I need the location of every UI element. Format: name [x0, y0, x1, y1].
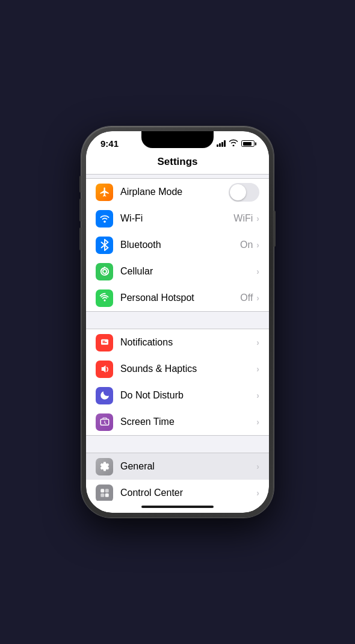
hotspot-value: Off — [240, 293, 253, 303]
screentime-chevron: › — [256, 417, 259, 427]
home-indicator[interactable] — [86, 501, 269, 513]
signal-icon — [217, 140, 226, 147]
notifications-label: Notifications — [120, 337, 256, 348]
phone-screen: 9:41 — [86, 131, 269, 513]
wifi-value: WiFi — [233, 213, 253, 224]
general-section: General › Control — [86, 453, 269, 501]
airplane-mode-label: Airplane Mode — [120, 187, 229, 197]
volume-down-button[interactable] — [79, 228, 81, 250]
home-bar — [141, 506, 214, 508]
controlcenter-label: Control Center — [120, 488, 256, 498]
general-chevron: › — [256, 462, 259, 471]
sounds-icon — [96, 361, 113, 378]
settings-list[interactable]: Airplane Mode — [86, 175, 269, 501]
wifi-icon — [96, 210, 113, 228]
sounds-label: Sounds & Haptics — [120, 364, 256, 374]
battery-icon — [241, 140, 255, 147]
airplane-mode-icon — [96, 184, 113, 201]
bluetooth-value: On — [240, 240, 253, 250]
airplane-mode-toggle[interactable] — [229, 183, 259, 202]
status-time: 9:41 — [100, 138, 119, 149]
svg-marker-7 — [101, 365, 105, 373]
general-label: General — [120, 461, 256, 472]
sounds-row[interactable]: Sounds & Haptics › — [86, 356, 269, 382]
airplane-mode-row[interactable]: Airplane Mode — [86, 179, 269, 205]
hotspot-icon — [96, 289, 113, 307]
cellular-icon — [96, 263, 113, 280]
status-icons — [217, 139, 255, 148]
status-bar: 9:41 — [86, 131, 269, 151]
bluetooth-chevron: › — [256, 240, 259, 250]
controlcenter-icon — [96, 485, 113, 501]
svg-rect-12 — [105, 494, 108, 497]
notifications-section: Notifications › Sounds & Haptics › — [86, 329, 269, 436]
wifi-status-icon — [229, 139, 238, 148]
hotspot-label: Personal Hotspot — [120, 293, 240, 303]
svg-point-1 — [102, 270, 106, 273]
wifi-row[interactable]: Wi-Fi WiFi › — [86, 205, 269, 232]
power-button[interactable] — [274, 211, 276, 247]
svg-rect-9 — [100, 489, 104, 492]
wifi-chevron: › — [256, 214, 259, 223]
cellular-row[interactable]: Cellular › — [86, 258, 269, 285]
bluetooth-label: Bluetooth — [120, 240, 240, 250]
controlcenter-chevron: › — [256, 488, 259, 498]
cellular-chevron: › — [256, 267, 259, 276]
connectivity-section: Airplane Mode — [86, 178, 269, 312]
section-gap-1 — [86, 312, 269, 329]
volume-up-button[interactable] — [79, 199, 81, 221]
svg-point-3 — [103, 299, 105, 301]
donotdisturb-icon — [96, 387, 113, 404]
notifications-row[interactable]: Notifications › — [86, 329, 269, 356]
ios-screen: 9:41 — [86, 131, 269, 513]
screentime-row[interactable]: Screen Time › — [86, 409, 269, 435]
screentime-icon — [96, 413, 113, 431]
hotspot-row[interactable]: Personal Hotspot Off › — [86, 285, 269, 311]
section-gap-2 — [86, 436, 269, 453]
page-title: Settings — [157, 156, 197, 167]
cellular-label: Cellular — [120, 266, 256, 277]
svg-rect-10 — [105, 489, 108, 492]
bluetooth-icon — [96, 237, 113, 254]
silent-button[interactable] — [79, 176, 81, 193]
general-icon — [96, 458, 113, 475]
sounds-chevron: › — [256, 364, 259, 374]
svg-rect-5 — [102, 341, 105, 342]
donotdisturb-row[interactable]: Do Not Disturb › — [86, 382, 269, 409]
notifications-icon — [96, 334, 113, 351]
screentime-label: Screen Time — [120, 416, 256, 427]
wifi-label: Wi-Fi — [120, 213, 233, 224]
general-row[interactable]: General › — [86, 453, 269, 480]
hotspot-chevron: › — [256, 293, 259, 303]
donotdisturb-chevron: › — [256, 391, 259, 400]
controlcenter-row[interactable]: Control Center › — [86, 480, 269, 501]
phone-frame: 9:41 — [81, 126, 274, 518]
bluetooth-row[interactable]: Bluetooth On › — [86, 232, 269, 258]
navigation-header: Settings — [86, 151, 269, 175]
notifications-chevron: › — [256, 338, 259, 347]
svg-rect-6 — [102, 342, 107, 343]
notch — [141, 131, 214, 148]
donotdisturb-label: Do Not Disturb — [120, 390, 256, 401]
svg-rect-11 — [100, 494, 104, 497]
